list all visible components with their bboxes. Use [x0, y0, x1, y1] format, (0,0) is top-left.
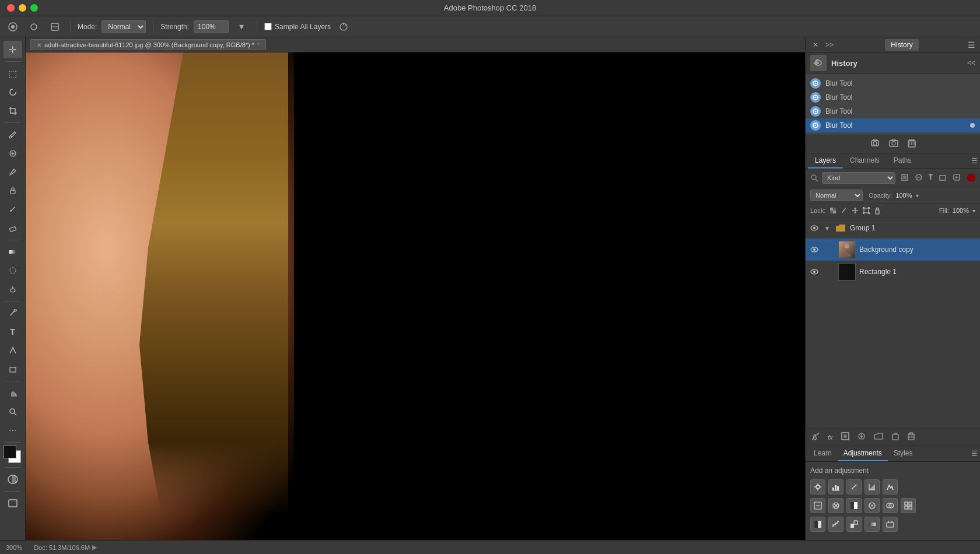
brush-tool[interactable]: [4, 163, 22, 181]
foreground-color[interactable]: [4, 446, 16, 458]
history-camera-button[interactable]: [889, 138, 898, 150]
lock-icon[interactable]: [873, 206, 881, 215]
layer-new-button[interactable]: [889, 431, 902, 443]
opacity-value[interactable]: 100%: [895, 192, 912, 199]
zoom-tool[interactable]: [4, 403, 22, 420]
lock-transform-icon[interactable]: [862, 206, 870, 215]
filter-shape-icon[interactable]: [937, 173, 949, 184]
adj-photocolorfilter-button[interactable]: [864, 498, 880, 513]
screen-mode-icon[interactable]: [4, 495, 22, 512]
brush-size-icon[interactable]: [5, 19, 21, 35]
sample-all-layers-label[interactable]: Sample All Layers: [264, 23, 331, 31]
window-controls[interactable]: [7, 4, 38, 12]
layer-group-item[interactable]: ▼ Group 1: [806, 218, 980, 239]
brush-options-icon[interactable]: [26, 19, 42, 35]
gradient-tool[interactable]: [4, 243, 22, 261]
layer-group-button[interactable]: [872, 431, 886, 443]
adj-threshold-button[interactable]: [846, 517, 862, 532]
layer-mask-button[interactable]: [839, 431, 852, 443]
adj-curves-button[interactable]: [846, 479, 862, 495]
adj-selectivecolor-button[interactable]: [883, 517, 898, 532]
maximize-button[interactable]: [30, 4, 38, 12]
marquee-tool[interactable]: ⬚: [4, 65, 22, 82]
adj-invert-button[interactable]: [810, 517, 825, 532]
history-menu-button[interactable]: ☰: [968, 40, 975, 50]
adj-brightness-button[interactable]: [810, 479, 825, 495]
fill-value[interactable]: 100%: [953, 207, 969, 214]
tab-layers[interactable]: Layers: [808, 153, 843, 169]
hand-tool[interactable]: [4, 384, 22, 402]
tab-styles[interactable]: Styles: [888, 446, 919, 461]
strength-input[interactable]: [194, 20, 229, 33]
crop-tool[interactable]: [4, 102, 22, 120]
filter-smart-icon[interactable]: [951, 173, 963, 184]
adj-colorlookup-button[interactable]: [901, 498, 916, 513]
history-new-snapshot-button[interactable]: [870, 138, 880, 150]
stamp-tool[interactable]: [4, 182, 22, 199]
more-tools[interactable]: ···: [4, 422, 22, 439]
adj-blackwhite-button[interactable]: [846, 498, 862, 513]
color-blocks[interactable]: [4, 446, 22, 464]
history-delete-button[interactable]: [908, 138, 916, 150]
lock-brush-icon[interactable]: [840, 206, 848, 215]
history-brush-tool[interactable]: [4, 201, 22, 218]
fill-dropdown-arrow[interactable]: ▾: [972, 208, 975, 214]
lock-move-icon[interactable]: [851, 206, 859, 215]
adj-hue-button[interactable]: [810, 498, 825, 513]
filter-adjust-icon[interactable]: [913, 173, 925, 184]
adj-channelmix-button[interactable]: [883, 498, 898, 513]
history-item-active[interactable]: Blur Tool: [806, 118, 980, 132]
airbrush-icon[interactable]: [335, 19, 352, 35]
dodge-tool[interactable]: [4, 280, 22, 298]
tab-close-icon[interactable]: ✕: [37, 42, 41, 48]
sample-all-layers-checkbox[interactable]: [264, 23, 272, 30]
minimize-button[interactable]: [19, 4, 26, 12]
eraser-tool[interactable]: [4, 219, 22, 237]
adj-posterize-button[interactable]: [828, 517, 844, 532]
shape-tool[interactable]: [4, 360, 22, 378]
quick-mask-icon[interactable]: [4, 471, 22, 488]
brush-mode-icon[interactable]: [47, 19, 63, 35]
adj-vibrance-button[interactable]: [883, 479, 898, 495]
layer-vis-toggle-rect[interactable]: [809, 267, 820, 277]
layer-visibility-toggle[interactable]: [809, 223, 820, 233]
doc-size-arrow[interactable]: ▶: [92, 544, 97, 551]
eyedropper-tool[interactable]: [4, 126, 22, 143]
strength-slider-icon[interactable]: ▾: [233, 19, 250, 35]
adj-gradientmap-button[interactable]: [864, 517, 880, 532]
layer-group-expand[interactable]: ▼: [823, 224, 831, 232]
tab-learn[interactable]: Learn: [808, 446, 838, 461]
lasso-tool[interactable]: [4, 83, 22, 101]
layer-background-copy[interactable]: Background copy: [806, 239, 980, 261]
layer-adjustment-button[interactable]: [855, 431, 868, 443]
history-item[interactable]: Blur Tool: [806, 76, 980, 90]
filter-text-icon[interactable]: T: [927, 173, 935, 184]
canvas[interactable]: [26, 52, 805, 540]
tab-adjustments[interactable]: Adjustments: [838, 446, 888, 461]
move-tool[interactable]: ✛: [4, 41, 22, 58]
adj-levels-button[interactable]: [828, 479, 844, 495]
layer-rectangle[interactable]: Rectangle 1: [806, 261, 980, 283]
blur-tool[interactable]: [4, 262, 22, 279]
text-tool[interactable]: T: [4, 323, 22, 341]
adj-menu-button[interactable]: ☰: [971, 450, 978, 458]
layer-delete-button[interactable]: [905, 431, 917, 443]
lock-checkerboard-icon[interactable]: [829, 206, 837, 215]
history-expand-btn[interactable]: <<: [967, 59, 975, 67]
filter-kind-select[interactable]: Kind Name Effect Mode Attribute Color: [822, 172, 895, 184]
path-select-tool[interactable]: [4, 342, 22, 359]
tab-channels[interactable]: Channels: [843, 153, 887, 169]
mode-select[interactable]: Normal Multiply Screen Overlay: [102, 20, 146, 33]
filter-toggle[interactable]: [967, 174, 975, 182]
filter-pixel-icon[interactable]: [899, 173, 911, 184]
tab-paths[interactable]: Paths: [887, 153, 919, 169]
pen-tool[interactable]: [4, 304, 22, 322]
opacity-dropdown-arrow[interactable]: ▾: [916, 192, 919, 199]
adj-exposure-button[interactable]: [864, 479, 880, 495]
document-tab[interactable]: ✕ adult-attractive-beautiful-61120.jpg @…: [30, 39, 266, 50]
adj-colorbalance-button[interactable]: [828, 498, 844, 513]
history-dock-button[interactable]: >>: [823, 40, 836, 50]
layers-menu-button[interactable]: ☰: [971, 157, 978, 165]
history-item[interactable]: Blur Tool: [806, 90, 980, 104]
layer-vis-toggle[interactable]: [809, 244, 820, 255]
